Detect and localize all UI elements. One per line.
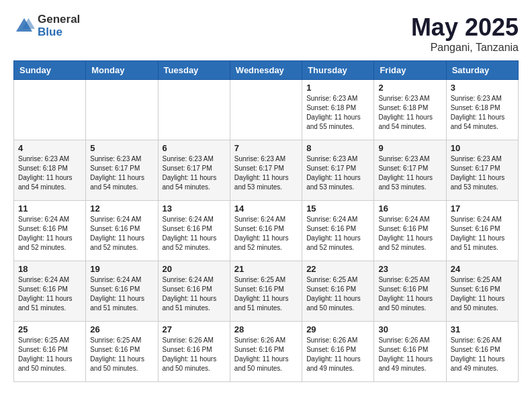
day-number: 14 [234, 203, 298, 214]
day-number: 25 [18, 324, 81, 334]
day-number: 26 [90, 324, 153, 334]
calendar-day-27: 27Sunrise: 6:26 AM Sunset: 6:16 PM Dayli… [158, 322, 230, 382]
day-number: 19 [90, 264, 153, 274]
calendar-day-10: 10Sunrise: 6:23 AM Sunset: 6:17 PM Dayli… [446, 140, 518, 201]
calendar-empty-cell [86, 80, 158, 140]
calendar-day-31: 31Sunrise: 6:26 AM Sunset: 6:16 PM Dayli… [446, 322, 518, 382]
day-info: Sunrise: 6:23 AM Sunset: 6:17 PM Dayligh… [90, 154, 153, 192]
day-number: 4 [18, 143, 81, 153]
calendar-day-15: 15Sunrise: 6:24 AM Sunset: 6:16 PM Dayli… [302, 201, 374, 261]
weekday-header-friday: Friday [374, 61, 446, 80]
calendar-day-4: 4Sunrise: 6:23 AM Sunset: 6:18 PM Daylig… [14, 140, 86, 201]
weekday-header-wednesday: Wednesday [230, 61, 302, 80]
logo: General Blue [13, 13, 80, 38]
calendar-day-1: 1Sunrise: 6:23 AM Sunset: 6:18 PM Daylig… [302, 80, 374, 140]
calendar-day-22: 22Sunrise: 6:25 AM Sunset: 6:16 PM Dayli… [302, 261, 374, 322]
day-info: Sunrise: 6:25 AM Sunset: 6:16 PM Dayligh… [90, 336, 153, 373]
calendar-day-17: 17Sunrise: 6:24 AM Sunset: 6:16 PM Dayli… [446, 201, 518, 261]
day-number: 16 [378, 203, 441, 214]
day-number: 10 [451, 143, 514, 153]
day-info: Sunrise: 6:24 AM Sunset: 6:16 PM Dayligh… [234, 215, 298, 253]
weekday-header-thursday: Thursday [302, 61, 374, 80]
calendar-empty-cell [158, 80, 230, 140]
calendar-day-18: 18Sunrise: 6:24 AM Sunset: 6:16 PM Dayli… [14, 261, 86, 322]
day-number: 24 [451, 264, 514, 274]
day-info: Sunrise: 6:26 AM Sunset: 6:16 PM Dayligh… [306, 336, 369, 373]
day-info: Sunrise: 6:24 AM Sunset: 6:16 PM Dayligh… [306, 215, 369, 253]
page-header: General Blue May 2025 Pangani, Tanzania [13, 13, 519, 54]
day-info: Sunrise: 6:23 AM Sunset: 6:17 PM Dayligh… [451, 154, 514, 192]
day-info: Sunrise: 6:24 AM Sunset: 6:16 PM Dayligh… [90, 215, 153, 253]
day-info: Sunrise: 6:23 AM Sunset: 6:18 PM Dayligh… [18, 154, 81, 192]
calendar-day-30: 30Sunrise: 6:26 AM Sunset: 6:16 PM Dayli… [374, 322, 446, 382]
day-info: Sunrise: 6:23 AM Sunset: 6:18 PM Dayligh… [306, 94, 369, 132]
calendar-table: SundayMondayTuesdayWednesdayThursdayFrid… [13, 60, 519, 382]
calendar-day-13: 13Sunrise: 6:24 AM Sunset: 6:16 PM Dayli… [158, 201, 230, 261]
day-info: Sunrise: 6:25 AM Sunset: 6:16 PM Dayligh… [451, 275, 514, 313]
calendar-week-5: 25Sunrise: 6:25 AM Sunset: 6:16 PM Dayli… [14, 322, 519, 382]
calendar-day-23: 23Sunrise: 6:25 AM Sunset: 6:16 PM Dayli… [374, 261, 446, 322]
day-number: 27 [163, 324, 226, 334]
day-info: Sunrise: 6:24 AM Sunset: 6:16 PM Dayligh… [163, 275, 226, 313]
calendar-day-8: 8Sunrise: 6:23 AM Sunset: 6:17 PM Daylig… [302, 140, 374, 201]
calendar-day-24: 24Sunrise: 6:25 AM Sunset: 6:16 PM Dayli… [446, 261, 518, 322]
day-number: 22 [306, 264, 369, 274]
day-number: 18 [18, 264, 81, 274]
calendar-day-26: 26Sunrise: 6:25 AM Sunset: 6:16 PM Dayli… [86, 322, 158, 382]
day-info: Sunrise: 6:24 AM Sunset: 6:16 PM Dayligh… [378, 215, 441, 253]
day-info: Sunrise: 6:23 AM Sunset: 6:18 PM Dayligh… [378, 94, 441, 132]
day-info: Sunrise: 6:24 AM Sunset: 6:16 PM Dayligh… [90, 275, 153, 313]
day-info: Sunrise: 6:23 AM Sunset: 6:17 PM Dayligh… [378, 154, 441, 192]
day-number: 30 [378, 324, 441, 334]
day-info: Sunrise: 6:26 AM Sunset: 6:16 PM Dayligh… [163, 336, 226, 373]
day-number: 8 [306, 143, 369, 153]
calendar-week-3: 11Sunrise: 6:24 AM Sunset: 6:16 PM Dayli… [14, 201, 519, 261]
calendar-day-29: 29Sunrise: 6:26 AM Sunset: 6:16 PM Dayli… [302, 322, 374, 382]
day-info: Sunrise: 6:25 AM Sunset: 6:16 PM Dayligh… [18, 336, 81, 373]
logo-text: General Blue [38, 13, 80, 38]
day-info: Sunrise: 6:23 AM Sunset: 6:18 PM Dayligh… [451, 94, 514, 132]
day-number: 6 [163, 143, 226, 153]
day-info: Sunrise: 6:24 AM Sunset: 6:16 PM Dayligh… [18, 215, 81, 253]
day-number: 11 [18, 203, 81, 214]
day-number: 28 [234, 324, 298, 334]
day-number: 17 [451, 203, 514, 214]
calendar-day-21: 21Sunrise: 6:25 AM Sunset: 6:16 PM Dayli… [230, 261, 302, 322]
day-info: Sunrise: 6:25 AM Sunset: 6:16 PM Dayligh… [234, 275, 298, 313]
logo-general: General [38, 13, 80, 26]
calendar-title: May 2025 [411, 13, 519, 42]
calendar-day-16: 16Sunrise: 6:24 AM Sunset: 6:16 PM Dayli… [374, 201, 446, 261]
calendar-day-20: 20Sunrise: 6:24 AM Sunset: 6:16 PM Dayli… [158, 261, 230, 322]
day-info: Sunrise: 6:23 AM Sunset: 6:17 PM Dayligh… [234, 154, 298, 192]
logo-icon [13, 15, 35, 37]
calendar-day-11: 11Sunrise: 6:24 AM Sunset: 6:16 PM Dayli… [14, 201, 86, 261]
day-number: 3 [451, 83, 514, 93]
day-info: Sunrise: 6:23 AM Sunset: 6:17 PM Dayligh… [306, 154, 369, 192]
day-number: 9 [378, 143, 441, 153]
calendar-location: Pangani, Tanzania [411, 42, 519, 54]
calendar-day-6: 6Sunrise: 6:23 AM Sunset: 6:17 PM Daylig… [158, 140, 230, 201]
weekday-header-tuesday: Tuesday [158, 61, 230, 80]
logo-blue: Blue [38, 26, 80, 39]
day-number: 20 [163, 264, 226, 274]
calendar-day-5: 5Sunrise: 6:23 AM Sunset: 6:17 PM Daylig… [86, 140, 158, 201]
weekday-header-saturday: Saturday [446, 61, 518, 80]
calendar-empty-cell [14, 80, 86, 140]
day-number: 29 [306, 324, 369, 334]
calendar-week-2: 4Sunrise: 6:23 AM Sunset: 6:18 PM Daylig… [14, 140, 519, 201]
day-info: Sunrise: 6:26 AM Sunset: 6:16 PM Dayligh… [451, 336, 514, 373]
calendar-week-1: 1Sunrise: 6:23 AM Sunset: 6:18 PM Daylig… [14, 80, 519, 140]
day-info: Sunrise: 6:26 AM Sunset: 6:16 PM Dayligh… [234, 336, 298, 373]
calendar-day-7: 7Sunrise: 6:23 AM Sunset: 6:17 PM Daylig… [230, 140, 302, 201]
day-info: Sunrise: 6:26 AM Sunset: 6:16 PM Dayligh… [378, 336, 441, 373]
day-info: Sunrise: 6:23 AM Sunset: 6:17 PM Dayligh… [163, 154, 226, 192]
day-number: 23 [378, 264, 441, 274]
calendar-empty-cell [230, 80, 302, 140]
calendar-day-14: 14Sunrise: 6:24 AM Sunset: 6:16 PM Dayli… [230, 201, 302, 261]
day-number: 1 [306, 83, 369, 93]
calendar-day-9: 9Sunrise: 6:23 AM Sunset: 6:17 PM Daylig… [374, 140, 446, 201]
weekday-header-monday: Monday [86, 61, 158, 80]
day-number: 15 [306, 203, 369, 214]
title-block: May 2025 Pangani, Tanzania [411, 13, 519, 54]
day-number: 5 [90, 143, 153, 153]
